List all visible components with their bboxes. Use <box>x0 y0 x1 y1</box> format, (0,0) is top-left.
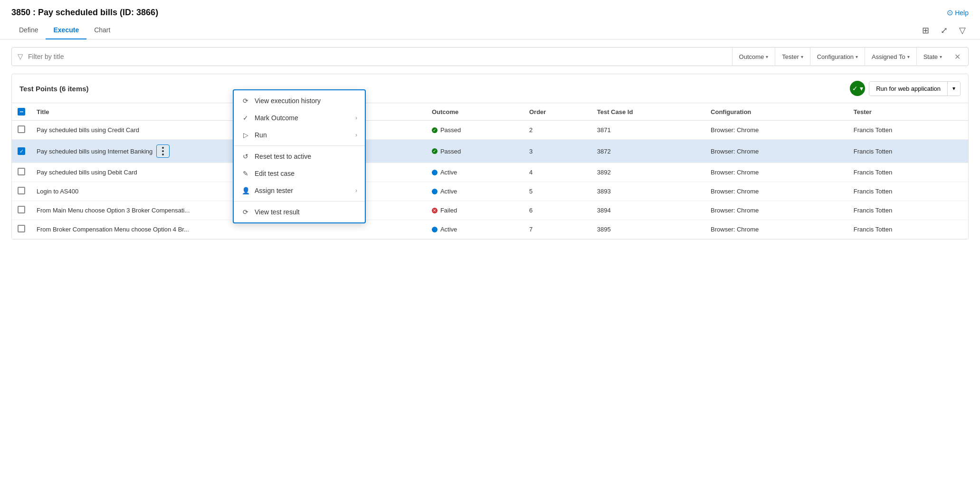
col-outcome: Outcome <box>426 103 523 121</box>
menu-item-view-test-result[interactable]: ⟳View test result <box>234 203 365 221</box>
row-configuration: Browser: Chrome <box>705 201 848 220</box>
filter-configuration-label: Configuration <box>817 53 854 60</box>
filter-assigned-to-label: Assigned To <box>872 53 905 60</box>
row-checkbox[interactable] <box>18 168 25 175</box>
row-title: From Broker Compensation Menu choose Opt… <box>37 226 420 233</box>
table-row: Pay scheduled bills using Debit CardActi… <box>12 163 968 182</box>
toolbar-right: ✓ ▾ Run for web application ▾ <box>850 81 961 96</box>
row-configuration: Browser: Chrome <box>705 182 848 201</box>
tabs-bar: Define Execute Chart ⊞ ⤢ ▽ <box>0 21 980 39</box>
edit-test-case-label: Edit test case <box>255 170 295 177</box>
row-test-case-id: 3892 <box>591 163 705 182</box>
row-configuration: Browser: Chrome <box>705 121 848 140</box>
row-order: 4 <box>523 163 591 182</box>
row-test-case-id: 3895 <box>591 220 705 239</box>
menu-divider <box>234 145 365 146</box>
filter-tester[interactable]: Tester ▾ <box>775 47 809 66</box>
main-content: Test Points (6 items) ✓ ▾ Run for web ap… <box>11 74 969 240</box>
row-checkbox[interactable]: ✓ <box>18 147 25 155</box>
row-outcome: ✓Passed <box>426 140 523 163</box>
mark-outcome-label: Mark Outcome <box>255 114 298 122</box>
view-execution-history-label: View execution history <box>255 97 321 105</box>
menu-item-edit-test-case[interactable]: ✎Edit test case <box>234 165 365 182</box>
row-checkbox[interactable] <box>18 225 25 232</box>
menu-item-view-execution-history[interactable]: ⟳View execution history <box>234 92 365 109</box>
submenu-arrow-icon: › <box>355 187 357 194</box>
col-title: Title <box>31 103 426 121</box>
chevron-down-icon: ▾ <box>766 54 768 59</box>
menu-item-assign-tester[interactable]: 👤Assign tester› <box>234 182 365 199</box>
tab-execute[interactable]: Execute <box>46 21 86 39</box>
filter-configuration[interactable]: Configuration ▾ <box>810 47 865 66</box>
col-configuration: Configuration <box>705 103 848 121</box>
row-order: 5 <box>523 182 591 201</box>
row-outcome: ✓Passed <box>426 121 523 140</box>
row-order: 2 <box>523 121 591 140</box>
tab-chart[interactable]: Chart <box>86 21 118 39</box>
tabs-actions: ⊞ ⤢ ▽ <box>919 23 969 38</box>
row-test-case-id: 3893 <box>591 182 705 201</box>
col-test-case-id: Test Case Id <box>591 103 705 121</box>
row-outcome: Active <box>426 182 523 201</box>
table-row: Pay scheduled bills using Credit Card✓Pa… <box>12 121 968 140</box>
filter-icon: ▽ <box>18 52 23 61</box>
run-for-web-application-button[interactable]: Run for web application <box>869 82 948 96</box>
expand-icon-button[interactable]: ⤢ <box>938 23 951 38</box>
test-points-table: − Title Outcome Order Test Case Id Confi… <box>12 103 968 239</box>
table-row: ✓Pay scheduled bills using Internet Bank… <box>12 140 968 163</box>
select-all-checkbox[interactable]: − <box>18 108 25 116</box>
green-check-dropdown[interactable]: ✓ ▾ <box>850 81 865 96</box>
edit-test-case-icon: ✎ <box>241 170 250 177</box>
assign-tester-label: Assign tester <box>255 187 293 194</box>
run-dropdown-arrow-button[interactable]: ▾ <box>948 82 960 95</box>
row-tester: Francis Totten <box>848 201 968 220</box>
row-test-case-id: 3872 <box>591 140 705 163</box>
help-link[interactable]: Help <box>947 8 969 17</box>
filter-assigned-to[interactable]: Assigned To ▾ <box>865 47 916 66</box>
row-order: 7 <box>523 220 591 239</box>
chevron-down-icon: ▾ <box>907 54 910 59</box>
filter-input[interactable] <box>28 53 732 60</box>
filter-bar: ▽ Outcome ▾ Tester ▾ Configuration ▾ Ass… <box>11 47 969 66</box>
menu-item-mark-outcome[interactable]: ✓Mark Outcome› <box>234 109 365 126</box>
row-order: 6 <box>523 201 591 220</box>
tab-define[interactable]: Define <box>11 21 46 39</box>
row-configuration: Browser: Chrome <box>705 140 848 163</box>
submenu-arrow-icon: › <box>355 132 357 138</box>
assign-tester-icon: 👤 <box>241 187 250 194</box>
row-tester: Francis Totten <box>848 140 968 163</box>
columns-icon-button[interactable]: ⊞ <box>919 23 932 38</box>
chevron-down-icon: ▾ <box>940 54 942 59</box>
row-outcome: Active <box>426 163 523 182</box>
row-tester: Francis Totten <box>848 182 968 201</box>
page-title: 3850 : Pay scheduled bills (ID: 3866) <box>11 8 158 18</box>
row-checkbox[interactable] <box>18 125 25 133</box>
row-tester: Francis Totten <box>848 121 968 140</box>
col-order: Order <box>523 103 591 121</box>
filter-outcome-label: Outcome <box>739 53 764 60</box>
table-title: Test Points (6 items) <box>19 85 89 93</box>
menu-item-run[interactable]: ▷Run› <box>234 126 365 144</box>
filter-state[interactable]: State ▾ <box>916 47 949 66</box>
reset-test-label: Reset test to active <box>255 153 311 160</box>
run-button-group: Run for web application ▾ <box>869 81 961 96</box>
row-checkbox[interactable] <box>18 206 25 213</box>
row-context-menu-button[interactable] <box>156 144 170 158</box>
filter-outcome[interactable]: Outcome ▾ <box>732 47 775 66</box>
chevron-down-icon: ▾ <box>801 54 803 59</box>
table-header-row: − Title Outcome Order Test Case Id Confi… <box>12 103 968 121</box>
menu-item-reset-test[interactable]: ↺Reset test to active <box>234 148 365 165</box>
col-tester: Tester <box>848 103 968 121</box>
view-execution-history-icon: ⟳ <box>241 97 250 105</box>
row-test-case-id: 3894 <box>591 201 705 220</box>
filter-icon-button[interactable]: ▽ <box>956 23 969 38</box>
table-row: From Main Menu choose Option 3 Broker Co… <box>12 201 968 220</box>
filter-close-icon[interactable]: ✕ <box>952 52 962 61</box>
row-configuration: Browser: Chrome <box>705 220 848 239</box>
row-outcome: Active <box>426 220 523 239</box>
context-menu: ⟳View execution history✓Mark Outcome›▷Ru… <box>233 89 366 223</box>
row-checkbox[interactable] <box>18 187 25 194</box>
table-toolbar: Test Points (6 items) ✓ ▾ Run for web ap… <box>12 74 968 103</box>
submenu-arrow-icon: › <box>355 115 357 121</box>
menu-divider <box>234 201 365 202</box>
